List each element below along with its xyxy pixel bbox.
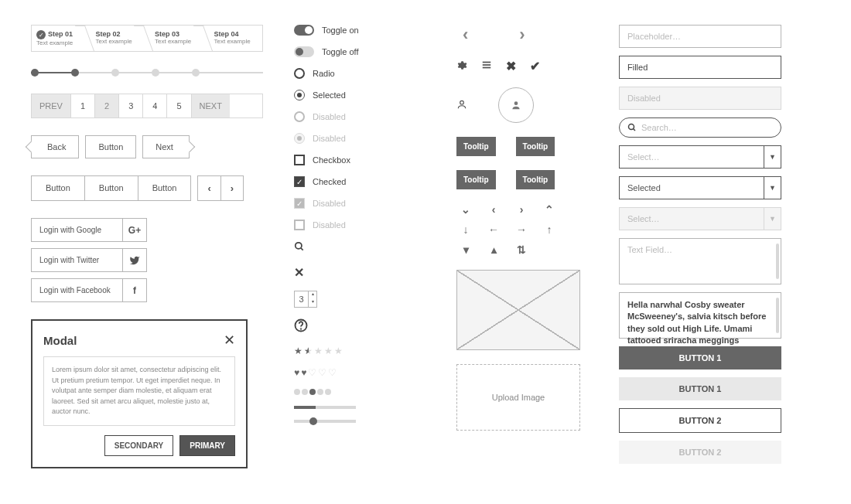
dot-5[interactable] xyxy=(192,69,200,77)
search-icon[interactable] xyxy=(294,241,426,254)
scrollbar[interactable] xyxy=(776,298,779,333)
pager-next[interactable]: NEXT xyxy=(192,94,230,117)
button-secondary[interactable]: BUTTON 1 xyxy=(619,377,781,400)
dot[interactable] xyxy=(309,389,316,395)
heart-icon[interactable]: ♥ xyxy=(301,367,306,378)
heart-icon[interactable]: ♥ xyxy=(294,367,299,378)
chevron-left-icon[interactable]: ‹ xyxy=(484,203,503,216)
pager-prev[interactable]: PREV xyxy=(32,94,71,117)
menu-icon[interactable] xyxy=(481,60,492,73)
text-input-placeholder[interactable]: Placeholder… xyxy=(619,25,781,48)
dot-2[interactable] xyxy=(71,69,79,77)
search-input[interactable]: Search… xyxy=(619,117,781,138)
pager-page[interactable]: 3 xyxy=(119,94,143,117)
step-4[interactable]: Step 04Text example xyxy=(203,26,263,51)
heart-rating[interactable]: ♥♥♡♡♡ xyxy=(294,367,426,378)
checkbox-disabled: Disabled xyxy=(294,220,426,230)
checkbox-checked[interactable]: ✓Checked xyxy=(294,176,426,187)
select-placeholder[interactable]: Select…▼ xyxy=(619,145,781,169)
back-button[interactable]: Back xyxy=(31,135,79,158)
star-icon[interactable]: ★ xyxy=(324,346,333,356)
checkbox-unchecked[interactable]: Checkbox xyxy=(294,155,426,165)
caret-up-icon[interactable]: ▴ xyxy=(484,243,503,256)
login-facebook-button[interactable]: Login with Facebookf xyxy=(31,278,147,302)
toggle-on[interactable]: Toggle on xyxy=(294,25,426,36)
heart-icon[interactable]: ♡ xyxy=(318,367,326,378)
arrow-right-button[interactable]: › xyxy=(221,176,243,200)
button-primary[interactable]: BUTTON 1 xyxy=(619,346,781,369)
radio-selected[interactable]: Selected xyxy=(294,90,426,100)
secondary-button[interactable]: SECONDARY xyxy=(104,435,174,456)
check-icon[interactable]: ✔ xyxy=(530,59,540,73)
select-disabled: Select…▼ xyxy=(619,207,781,230)
slider-handle[interactable] xyxy=(309,417,317,425)
remove-icon[interactable]: ✖ xyxy=(506,59,516,73)
chevron-right-icon[interactable]: › xyxy=(513,25,531,45)
primary-button[interactable]: PRIMARY xyxy=(179,435,235,456)
step-wizard[interactable]: ✓Step 01Text example Step 02Text example… xyxy=(31,25,263,52)
progress-dots[interactable] xyxy=(31,69,263,77)
chevron-left-icon[interactable]: ‹ xyxy=(456,25,474,45)
sort-icon[interactable]: ⇅ xyxy=(512,243,531,256)
login-google-button[interactable]: Login with GoogleG+ xyxy=(31,218,147,242)
text-input-filled[interactable]: Filled xyxy=(619,56,781,79)
star-icon[interactable]: ★ xyxy=(294,346,302,356)
dot[interactable] xyxy=(317,389,323,395)
generic-button[interactable]: Button xyxy=(85,135,136,158)
pager-page[interactable]: 1 xyxy=(71,94,95,117)
pager-page[interactable]: 5 xyxy=(167,94,191,117)
dot-3[interactable] xyxy=(111,69,119,77)
arrow-down-icon[interactable]: ↓ xyxy=(456,223,475,236)
dot-indicator[interactable] xyxy=(294,389,426,395)
chevron-right-icon[interactable]: › xyxy=(512,203,531,216)
close-icon[interactable]: ✕ xyxy=(224,332,235,349)
scrollbar[interactable] xyxy=(776,243,779,279)
star-half-icon[interactable]: ★★ xyxy=(304,346,313,356)
chevron-up-icon[interactable]: ⌃ xyxy=(540,203,559,216)
arrow-right-icon[interactable]: → xyxy=(512,223,531,236)
radio-unselected[interactable]: Radio xyxy=(294,68,426,79)
button-outline[interactable]: BUTTON 2 xyxy=(619,408,781,433)
chevron-down-icon[interactable]: ⌄ xyxy=(456,203,475,216)
slider[interactable] xyxy=(294,420,356,423)
dot[interactable] xyxy=(325,389,331,395)
arrow-left-button[interactable]: ‹ xyxy=(198,176,220,200)
stepper-down-icon[interactable]: ▾ xyxy=(309,299,316,307)
step-1[interactable]: ✓Step 01Text example xyxy=(32,26,85,51)
next-button[interactable]: Next xyxy=(142,135,190,158)
dot[interactable] xyxy=(302,389,308,395)
help-icon[interactable] xyxy=(294,318,426,335)
gear-icon[interactable] xyxy=(456,60,467,73)
heart-icon[interactable]: ♡ xyxy=(328,367,337,378)
dot-1[interactable] xyxy=(31,69,39,77)
textarea-filled[interactable]: Hella narwhal Cosby sweater McSweeney's,… xyxy=(619,292,781,339)
number-stepper[interactable]: 3▴▾ xyxy=(294,291,317,308)
star-rating[interactable]: ★★★★★★ xyxy=(294,346,426,356)
toggle-off[interactable]: Toggle off xyxy=(294,46,426,57)
login-twitter-button[interactable]: Login with Twitter xyxy=(31,248,147,272)
textarea-empty[interactable]: Text Field… xyxy=(619,238,781,284)
step-3[interactable]: Step 03Text example xyxy=(144,26,203,51)
dot-4[interactable] xyxy=(152,69,159,77)
chevron-down-icon: ▼ xyxy=(764,208,781,230)
group-button[interactable]: Button xyxy=(138,176,191,200)
upload-dropzone[interactable]: Upload Image xyxy=(456,364,580,431)
pager-page[interactable]: 2 xyxy=(95,94,119,117)
close-icon[interactable]: ✕ xyxy=(294,265,426,280)
stepper-up-icon[interactable]: ▴ xyxy=(309,291,316,299)
heart-icon[interactable]: ♡ xyxy=(308,367,316,378)
pager-page[interactable]: 4 xyxy=(143,94,167,117)
group-button[interactable]: Button xyxy=(85,176,138,200)
group-button[interactable]: Button xyxy=(32,176,85,200)
star-icon[interactable]: ★ xyxy=(334,346,343,356)
caret-down-icon[interactable]: ▾ xyxy=(456,243,475,256)
user-outline-icon[interactable] xyxy=(456,99,467,112)
radio-icon xyxy=(294,68,305,79)
star-icon[interactable]: ★ xyxy=(314,346,323,356)
step-2[interactable]: Step 02Text example xyxy=(85,26,145,51)
arrow-left-icon[interactable]: ← xyxy=(484,223,503,236)
arrow-up-icon[interactable]: ↑ xyxy=(540,223,559,236)
dot[interactable] xyxy=(294,389,300,395)
select-selected[interactable]: Selected▼ xyxy=(619,176,781,199)
user-avatar[interactable] xyxy=(498,87,534,123)
